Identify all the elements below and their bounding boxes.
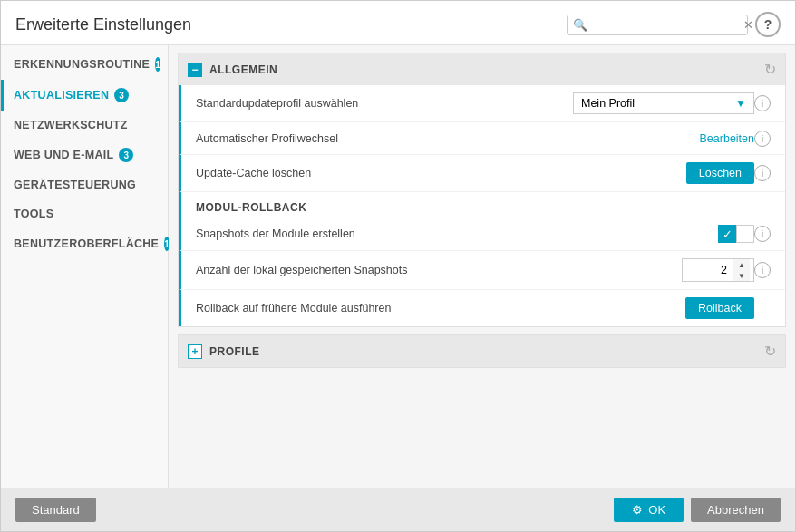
number-spinners: ▲ ▼ xyxy=(733,259,750,281)
sidebar-item-tools[interactable]: TOOLS xyxy=(1,199,168,228)
sidebar-badge-aktualisieren: 3 xyxy=(114,88,129,102)
sidebar-item-label: ERKENNUNGSROUTINE xyxy=(14,58,150,71)
standard-button[interactable]: Standard xyxy=(15,498,96,522)
help-button[interactable]: ? xyxy=(755,12,781,37)
sidebar-item-label: NETZWERKSCHUTZ xyxy=(14,119,128,131)
sidebar-item-label: GERÄTESTEUERUNG xyxy=(14,179,136,191)
section-header-allgemein[interactable]: − ALLGEMEIN ↻ xyxy=(179,53,785,85)
link-bearbeiten[interactable]: Bearbeiten xyxy=(700,132,754,145)
header-controls: 🔍 ✕ ? xyxy=(567,12,781,37)
sidebar-item-geraetesteuerung[interactable]: GERÄTESTEUERUNG xyxy=(1,170,168,199)
row-label-standard-update-profil: Standardupdateprofil auswählen xyxy=(196,97,573,110)
body: ERKENNUNGSROUTINE 1 AKTUALISIEREN 3 NETZ… xyxy=(1,45,795,488)
row-label-rollback-ausfuehren: Rollback auf frühere Module ausführen xyxy=(196,302,685,314)
row-control-rollback-ausfuehren: Rollback xyxy=(685,297,754,319)
btn-rollback[interactable]: Rollback xyxy=(685,297,754,319)
page-title: Erweiterte Einstellungen xyxy=(15,15,191,34)
row-label-update-cache-loeschen: Update-Cache löschen xyxy=(196,167,686,179)
section-title-allgemein: ALLGEMEIN xyxy=(209,63,757,76)
row-rollback-ausfuehren: Rollback auf frühere Module ausführen Ro… xyxy=(179,290,785,326)
row-control-anzahl-snapshots: ▲ ▼ xyxy=(682,258,754,282)
search-box[interactable]: 🔍 ✕ xyxy=(567,15,748,35)
row-control-snapshots-erstellen: ✓ xyxy=(718,225,754,243)
ok-label: OK xyxy=(648,503,665,517)
search-input[interactable] xyxy=(591,18,743,32)
sidebar-item-erkennungsroutine[interactable]: ERKENNUNGSROUTINE 1 xyxy=(1,49,168,80)
row-anzahl-snapshots: Anzahl der lokal gespeicherten Snapshots… xyxy=(179,251,785,290)
sidebar-item-label: TOOLS xyxy=(14,208,53,220)
checkbox-checked-icon[interactable]: ✓ xyxy=(718,225,736,243)
subsection-title-modul-rollback: MODUL-ROLLBACK xyxy=(179,192,785,218)
section-reset-allgemein[interactable]: ↻ xyxy=(764,61,776,78)
info-icon-standard-update-profil[interactable]: i xyxy=(754,95,771,111)
section-collapse-allgemein[interactable]: − xyxy=(188,63,202,77)
sidebar-item-web-und-email[interactable]: WEB UND E-MAIL 3 xyxy=(1,140,168,170)
section-allgemein: − ALLGEMEIN ↻ Standardupdateprofil auswä… xyxy=(178,53,786,327)
sidebar-item-benutzeroberflaeche[interactable]: BENUTZEROBERFLÄCHE 1 xyxy=(1,228,168,259)
ok-icon: ⚙ xyxy=(632,503,643,517)
dropdown-value: Mein Profil xyxy=(581,97,635,110)
row-label-anzahl-snapshots: Anzahl der lokal gespeicherten Snapshots xyxy=(196,264,682,276)
main-content: − ALLGEMEIN ↻ Standardupdateprofil auswä… xyxy=(169,45,795,488)
info-icon-anzahl-snapshots[interactable]: i xyxy=(754,262,771,278)
sidebar-item-netzwerkschutz[interactable]: NETZWERKSCHUTZ xyxy=(1,111,168,140)
clear-search-icon[interactable]: ✕ xyxy=(743,18,753,32)
row-control-standard-update-profil: Mein Profil ▼ xyxy=(573,92,754,114)
section-reset-profile[interactable]: ↻ xyxy=(764,343,776,360)
btn-loeschen[interactable]: Löschen xyxy=(686,162,754,184)
cancel-button[interactable]: Abbrechen xyxy=(691,498,781,522)
dropdown-arrow-icon: ▼ xyxy=(735,97,746,110)
sidebar-badge-web-und-email: 3 xyxy=(119,148,133,162)
toggle-snapshots[interactable]: ✓ xyxy=(718,225,754,243)
row-snapshots-erstellen: Snapshots der Module erstellen ✓ i xyxy=(179,218,785,251)
number-input-snapshots[interactable] xyxy=(683,260,733,280)
sidebar-item-label: WEB UND E-MAIL xyxy=(14,149,113,161)
info-icon-update-cache[interactable]: i xyxy=(754,165,771,181)
sidebar: ERKENNUNGSROUTINE 1 AKTUALISIEREN 3 NETZ… xyxy=(1,45,169,488)
footer-right: ⚙ OK Abbrechen xyxy=(614,498,781,522)
header: Erweiterte Einstellungen 🔍 ✕ ? xyxy=(1,1,795,45)
dropdown-update-profil[interactable]: Mein Profil ▼ xyxy=(573,92,754,114)
ok-button[interactable]: ⚙ OK xyxy=(614,498,684,522)
section-header-profile[interactable]: + PROFILE ↻ xyxy=(179,335,785,367)
section-profile: + PROFILE ↻ xyxy=(178,334,786,368)
app-window: Erweiterte Einstellungen 🔍 ✕ ? ERKENNUNG… xyxy=(0,0,796,532)
row-control-update-cache-loeschen: Löschen xyxy=(686,162,754,184)
sidebar-item-aktualisieren[interactable]: AKTUALISIEREN 3 xyxy=(1,80,168,111)
sidebar-badge-erkennungsroutine: 1 xyxy=(155,57,160,72)
number-input-wrap-snapshots: ▲ ▼ xyxy=(682,258,754,282)
row-label-snapshots-erstellen: Snapshots der Module erstellen xyxy=(196,227,718,240)
row-label-automatischer-profilwechsel: Automatischer Profilwechsel xyxy=(196,132,700,145)
row-standard-update-profil: Standardupdateprofil auswählen Mein Prof… xyxy=(179,85,785,122)
section-expand-profile[interactable]: + xyxy=(188,344,202,359)
spin-down-button[interactable]: ▼ xyxy=(733,270,750,281)
spin-up-button[interactable]: ▲ xyxy=(733,259,750,270)
row-update-cache-loeschen: Update-Cache löschen Löschen i xyxy=(179,155,785,192)
info-icon-profilwechsel[interactable]: i xyxy=(754,131,771,147)
sidebar-item-label: AKTUALISIEREN xyxy=(14,89,109,102)
sidebar-item-label: BENUTZEROBERFLÄCHE xyxy=(14,237,159,250)
checkbox-unchecked xyxy=(736,225,754,243)
search-icon: 🔍 xyxy=(573,18,587,32)
info-icon-snapshots[interactable]: i xyxy=(754,226,771,242)
row-automatischer-profilwechsel: Automatischer Profilwechsel Bearbeiten i xyxy=(179,122,785,155)
section-title-profile: PROFILE xyxy=(209,345,757,358)
row-control-automatischer-profilwechsel: Bearbeiten xyxy=(700,132,754,145)
footer: Standard ⚙ OK Abbrechen xyxy=(1,488,795,531)
